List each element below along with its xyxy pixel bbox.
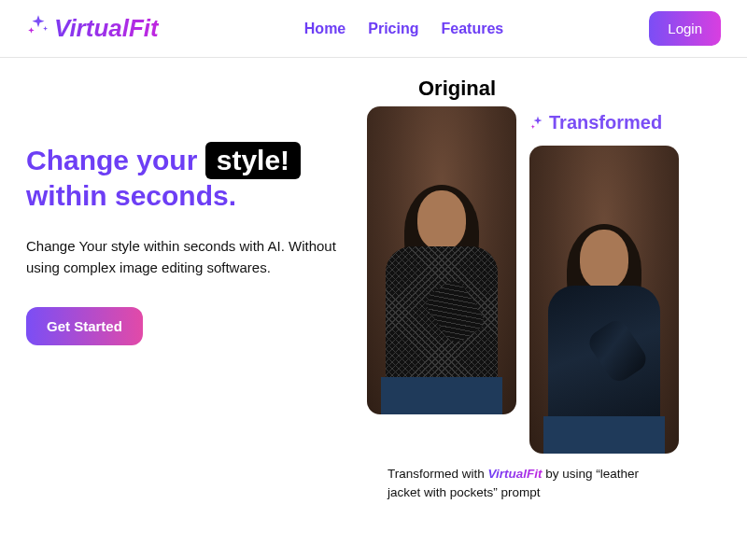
showcase: Original Transformed [348, 77, 747, 503]
sparkle-icon [529, 115, 546, 132]
original-image [367, 106, 516, 414]
get-started-button[interactable]: Get Started [26, 307, 143, 345]
headline-part-b: within seconds. [26, 180, 236, 211]
caption-a: Transformed with [388, 467, 488, 481]
transformed-text: Transformed [549, 112, 662, 133]
sparkle-icon [26, 13, 50, 44]
login-button[interactable]: Login [649, 11, 721, 46]
main-nav: Home Pricing Features [304, 21, 503, 37]
brand-name: VirtualFit [54, 14, 159, 43]
nav-home[interactable]: Home [304, 21, 345, 37]
showcase-caption: Transformed with VirtualFit by using “le… [367, 465, 666, 503]
transformed-label: Transformed [529, 112, 662, 133]
image-pair [367, 106, 747, 454]
original-label: Original [418, 77, 747, 101]
main: Change your style! within seconds. Chang… [0, 58, 747, 503]
hero-text: Change your style! within seconds. Chang… [26, 77, 348, 503]
brand-logo[interactable]: VirtualFit [26, 13, 159, 44]
caption-brand: VirtualFit [488, 467, 543, 481]
headline-highlight: style! [205, 142, 301, 179]
transformed-image [529, 146, 679, 454]
nav-features[interactable]: Features [442, 21, 504, 37]
hero-headline: Change your style! within seconds. [26, 142, 348, 213]
headline-part-a: Change your [26, 145, 205, 175]
hero-subtext: Change Your style within seconds with AI… [26, 235, 348, 279]
nav-pricing[interactable]: Pricing [368, 21, 418, 37]
header: VirtualFit Home Pricing Features Login [0, 0, 747, 58]
